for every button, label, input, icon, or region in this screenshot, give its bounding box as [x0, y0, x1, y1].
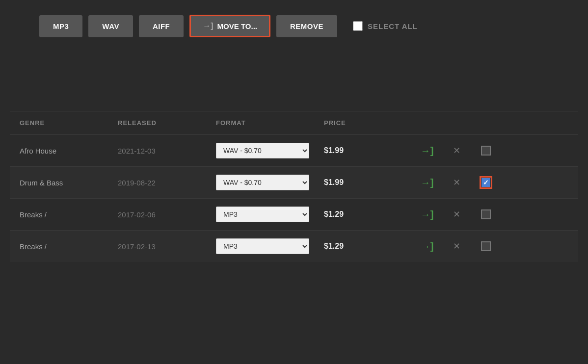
released-header: RELEASED — [118, 119, 216, 127]
released-cell: 2021-12-03 — [118, 147, 216, 155]
move-btn-cell: →] — [412, 241, 442, 252]
genre-cell: Breaks / — [20, 210, 118, 219]
move-arrow-icon[interactable]: →] — [421, 209, 434, 220]
format-select[interactable]: WAV - $0.70 MP3 AIFF — [216, 143, 309, 158]
genre-cell: Afro House — [20, 147, 118, 155]
row-checkbox-cell — [471, 146, 501, 156]
mp3-button[interactable]: MP3 — [39, 15, 82, 37]
action-header — [412, 119, 442, 127]
table-row: Breaks / 2017-02-13 MP3 WAV - $0.70 AIFF… — [10, 230, 578, 262]
remove-row-button[interactable]: ✕ — [453, 177, 460, 188]
format-select[interactable]: WAV - $0.70 MP3 AIFF — [216, 175, 309, 190]
remove-button[interactable]: REMOVE — [276, 15, 337, 37]
row-checkbox-cell: ✓ — [471, 176, 501, 189]
remove-btn-cell: ✕ — [442, 177, 471, 188]
row-checkbox[interactable] — [481, 146, 491, 156]
select-header — [471, 119, 501, 127]
released-cell: 2019-08-22 — [118, 179, 216, 187]
remove-row-button[interactable]: ✕ — [453, 145, 460, 156]
move-btn-cell: →] — [412, 145, 442, 156]
released-cell: 2017-02-06 — [118, 210, 216, 219]
row-checkbox[interactable] — [481, 209, 491, 219]
remove-row-button[interactable]: ✕ — [453, 209, 460, 220]
price-cell: $1.29 — [324, 242, 412, 251]
format-header: FORMAT — [216, 119, 324, 127]
row-checkbox[interactable] — [481, 241, 491, 251]
row-checkbox-cell — [471, 209, 501, 219]
toolbar: MP3 WAV AIFF →] MOVE TO... REMOVE SELECT… — [0, 0, 588, 52]
x-icon: ✕ — [453, 177, 460, 188]
x-icon: ✕ — [453, 209, 460, 220]
x-icon: ✕ — [453, 241, 460, 252]
wav-button[interactable]: WAV — [88, 15, 133, 37]
move-btn-cell: →] — [412, 209, 442, 220]
format-select[interactable]: MP3 WAV - $0.70 AIFF — [216, 238, 309, 254]
select-all-label: SELECT ALL — [368, 22, 418, 30]
select-all-container: SELECT ALL — [353, 21, 418, 31]
remove-btn-cell: ✕ — [442, 209, 471, 220]
x-icon: ✕ — [453, 145, 460, 156]
move-btn-cell: →] — [412, 177, 442, 188]
move-to-button[interactable]: →] MOVE TO... — [189, 15, 270, 37]
genre-header: GENRE — [20, 119, 118, 127]
row-checkbox-cell — [471, 241, 501, 251]
format-select[interactable]: MP3 WAV - $0.70 AIFF — [216, 207, 309, 222]
move-arrow-icon[interactable]: →] — [421, 177, 434, 188]
remove-btn-cell: ✕ — [442, 241, 471, 252]
price-cell: $1.29 — [324, 210, 412, 219]
row-checkbox-checked-container: ✓ — [480, 176, 492, 189]
genre-cell: Breaks / — [20, 242, 118, 251]
table-row: Afro House 2021-12-03 WAV - $0.70 MP3 AI… — [10, 134, 578, 166]
table-header: GENRE RELEASED FORMAT PRICE — [10, 111, 578, 134]
move-to-icon: →] — [203, 22, 213, 30]
table-row: Drum & Bass 2019-08-22 WAV - $0.70 MP3 A… — [10, 166, 578, 198]
price-cell: $1.99 — [324, 178, 412, 187]
remove-row-button[interactable]: ✕ — [453, 241, 460, 252]
genre-cell: Drum & Bass — [20, 179, 118, 187]
remove-header — [442, 119, 471, 127]
remove-btn-cell: ✕ — [442, 145, 471, 156]
move-arrow-icon[interactable]: →] — [421, 145, 434, 156]
price-header: PRICE — [324, 119, 412, 127]
released-cell: 2017-02-13 — [118, 242, 216, 251]
table-row: Breaks / 2017-02-06 MP3 WAV - $0.70 AIFF… — [10, 198, 578, 230]
aiff-button[interactable]: AIFF — [139, 15, 184, 37]
row-checkbox[interactable]: ✓ — [481, 178, 490, 187]
spacer — [0, 52, 588, 111]
price-cell: $1.99 — [324, 146, 412, 155]
select-all-checkbox[interactable] — [353, 21, 363, 31]
move-arrow-icon[interactable]: →] — [421, 241, 434, 252]
table-container: GENRE RELEASED FORMAT PRICE Afro House 2… — [0, 111, 588, 262]
